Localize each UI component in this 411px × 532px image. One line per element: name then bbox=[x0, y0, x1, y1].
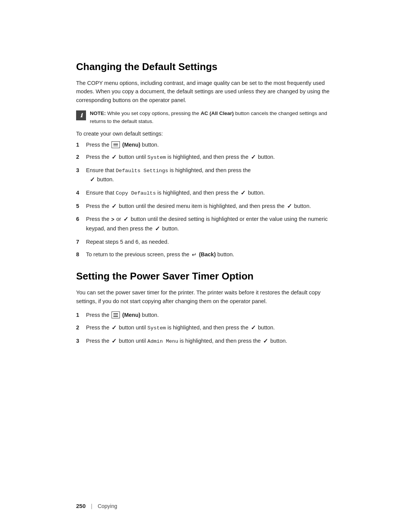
step-3-num: 3 bbox=[76, 166, 86, 174]
step-2-content: Press the ✓ button until System is highl… bbox=[86, 153, 335, 162]
back-label: (Back) bbox=[199, 251, 216, 257]
code-copy-defaults: Copy Defaults bbox=[116, 190, 156, 196]
step-5-content: Press the ✓ button until the desired men… bbox=[86, 202, 335, 211]
step-6-num: 6 bbox=[76, 215, 86, 223]
s2-step-2-content: Press the ✓ button until System is highl… bbox=[86, 323, 335, 333]
page-footer: 250 | Copying bbox=[76, 503, 335, 509]
s2-menu-label: (Menu) bbox=[122, 312, 140, 318]
step-7-num: 7 bbox=[76, 238, 86, 246]
s2-step-2: 2 Press the ✓ button until System is hig… bbox=[76, 323, 335, 333]
step-3-content: Ensure that Defaults Settings is highlig… bbox=[86, 166, 335, 185]
section2: Setting the Power Saver Timer Option You… bbox=[76, 270, 335, 346]
note-label: NOTE: bbox=[90, 110, 106, 116]
step-2: 2 Press the ✓ button until System is hig… bbox=[76, 153, 335, 162]
step-6-content: Press the > or ✓ button until the desire… bbox=[86, 215, 335, 234]
step-7-content: Repeat steps 5 and 6, as needed. bbox=[86, 238, 335, 246]
s2-step-1-num: 1 bbox=[76, 311, 86, 319]
step-1-num: 1 bbox=[76, 141, 86, 149]
step-1: 1 Press the (Menu) button. bbox=[76, 141, 335, 149]
s2-code-system: System bbox=[147, 325, 166, 331]
check-icon-3: ✓ bbox=[90, 175, 95, 185]
s2-step-3: 3 Press the ✓ button until Admin Menu is… bbox=[76, 337, 335, 346]
s2-check-icon-3b: ✓ bbox=[263, 337, 268, 346]
section2-steps: 1 Press the (Menu) button. 2 bbox=[76, 311, 335, 346]
check-icon-5b: ✓ bbox=[287, 202, 292, 211]
step-4-content: Ensure that Copy Defaults is highlighted… bbox=[86, 189, 335, 198]
check-icon-6a: ✓ bbox=[123, 215, 128, 224]
footer-page-num: 250 bbox=[76, 503, 86, 509]
menu-icon bbox=[112, 141, 120, 148]
s2-step-3-num: 3 bbox=[76, 337, 86, 345]
section1-intro: The COPY menu options, including contras… bbox=[76, 79, 335, 104]
note-icon: ℹ bbox=[76, 110, 86, 120]
step-7: 7 Repeat steps 5 and 6, as needed. bbox=[76, 238, 335, 246]
step-5: 5 Press the ✓ button until the desired m… bbox=[76, 202, 335, 211]
step-1-content: Press the (Menu) button. bbox=[86, 141, 335, 149]
check-icon-2b: ✓ bbox=[251, 153, 256, 162]
step-2-num: 2 bbox=[76, 153, 86, 161]
footer-divider: | bbox=[91, 503, 92, 509]
menu-label: (Menu) bbox=[122, 142, 140, 148]
s2-check-icon-3a: ✓ bbox=[112, 337, 116, 346]
section1-title: Changing the Default Settings bbox=[76, 61, 335, 73]
section1-steps: 1 Press the (Menu) button. 2 Press the ✓… bbox=[76, 141, 335, 259]
check-icon-5a: ✓ bbox=[112, 202, 116, 211]
note-box: ℹ NOTE: While you set copy options, pres… bbox=[76, 110, 335, 125]
check-icon-2a: ✓ bbox=[112, 153, 116, 162]
section2-title: Setting the Power Saver Timer Option bbox=[76, 270, 335, 282]
step-8-num: 8 bbox=[76, 250, 86, 259]
arrow-right-icon: > bbox=[111, 216, 114, 224]
back-icon: ↵ bbox=[192, 250, 197, 259]
step-5-num: 5 bbox=[76, 202, 86, 210]
s2-step-1-content: Press the (Menu) button. bbox=[86, 311, 335, 319]
code-defaults: Defaults Settings bbox=[116, 168, 168, 174]
step-8: 8 To return to the previous screen, pres… bbox=[76, 250, 335, 259]
section2-intro: You can set the power saver timer for th… bbox=[76, 288, 335, 305]
section1-to-create: To create your own default settings: bbox=[76, 131, 335, 137]
s2-step-3-content: Press the ✓ button until Admin Menu is h… bbox=[86, 337, 335, 346]
s2-step-2-num: 2 bbox=[76, 323, 86, 332]
check-icon-6b: ✓ bbox=[155, 224, 160, 234]
s2-menu-icon bbox=[112, 312, 120, 318]
page: Changing the Default Settings The COPY m… bbox=[0, 0, 411, 532]
check-icon-4: ✓ bbox=[241, 189, 245, 198]
step-6: 6 Press the > or ✓ button until the desi… bbox=[76, 215, 335, 234]
s2-code-admin: Admin Menu bbox=[147, 339, 178, 344]
step-3: 3 Ensure that Defaults Settings is highl… bbox=[76, 166, 335, 185]
code-system-2: System bbox=[147, 155, 166, 161]
step-8-content: To return to the previous screen, press … bbox=[86, 250, 335, 259]
step-4: 4 Ensure that Copy Defaults is highlight… bbox=[76, 189, 335, 198]
step-4-num: 4 bbox=[76, 189, 86, 197]
footer-section: Copying bbox=[98, 503, 117, 509]
s2-check-icon-2b: ✓ bbox=[251, 323, 256, 333]
note-text: NOTE: While you set copy options, pressi… bbox=[90, 110, 335, 125]
s2-step-1: 1 Press the (Menu) button. bbox=[76, 311, 335, 319]
s2-check-icon-2a: ✓ bbox=[112, 323, 116, 333]
